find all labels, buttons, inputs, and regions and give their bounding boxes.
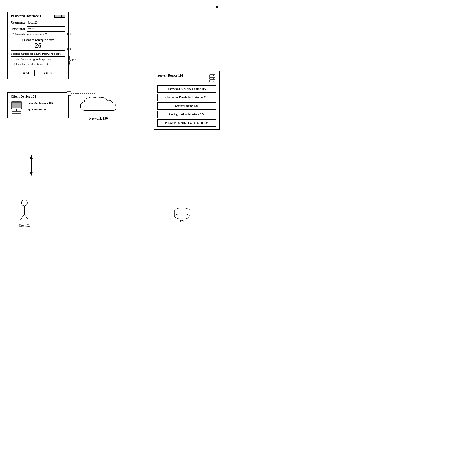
ref-111: 111 (67, 33, 71, 36)
password-security-engine-box: Password Security Engine 116 (157, 86, 216, 93)
causes-title: Possible Causes for a Low Password Score… (11, 52, 65, 55)
svg-point-29 (21, 200, 27, 206)
server-icon-box (208, 74, 216, 83)
connector-square (67, 92, 71, 95)
window-controls (54, 15, 65, 18)
input-device-box: Input Device 108 (25, 107, 65, 112)
svg-rect-14 (12, 102, 21, 108)
configuration-interface-box: Configuration Interface 122 (157, 111, 216, 118)
svg-marker-10 (30, 172, 33, 176)
user-label: User 102 (17, 224, 32, 227)
svg-rect-17 (12, 112, 21, 113)
database-area: 124 (174, 208, 191, 223)
database-label: 124 (174, 220, 191, 223)
password-label: Password: (11, 27, 25, 31)
client-sub-boxes: Client Application 106 Input Device 108 (25, 100, 65, 112)
close-btn[interactable] (62, 15, 65, 18)
button-row: Save Cancel (11, 70, 65, 76)
client-application-box: Client Application 106 (25, 100, 65, 106)
causes-section: Possible Causes for a Low Password Score… (11, 52, 65, 67)
server-rack-icon (209, 74, 215, 83)
password-input[interactable] (27, 26, 65, 31)
page-number: 100 (214, 4, 221, 10)
username-label: Username: (11, 21, 25, 24)
strength-score-box: Password Strength Score 26 (11, 37, 65, 51)
password-note: ** Password score must be at least 75 (12, 33, 65, 35)
minimize-btn[interactable] (54, 15, 58, 18)
server-engine-box: Server Engine 120 (157, 102, 216, 109)
strength-score-value: 26 (13, 42, 63, 49)
ref-113-area: 113 (68, 55, 76, 66)
svg-line-32 (20, 214, 24, 220)
cancel-button[interactable]: Cancel (39, 70, 58, 76)
computer-icon (11, 101, 23, 115)
svg-point-28 (174, 214, 190, 218)
causes-list: - Keys form a recognizable pattern - Cha… (11, 56, 65, 67)
password-interface-window: Password Interface 110 Username: Passwor… (8, 12, 69, 79)
maximize-btn[interactable] (58, 15, 62, 18)
cause-item-2: - Characters too close to each other (13, 62, 63, 66)
username-input[interactable] (27, 20, 65, 25)
username-row: Username: (11, 20, 65, 25)
database-icon (174, 208, 191, 218)
server-device-header: Server Device 114 (157, 74, 216, 83)
save-button[interactable]: Save (18, 70, 35, 76)
ref-113: 113 (72, 59, 76, 62)
strength-score-title: Password Strength Score (13, 38, 63, 42)
svg-point-23 (213, 81, 214, 82)
svg-point-21 (213, 75, 214, 76)
character-proximity-detector-box: Character Proximity Detector 118 (157, 94, 216, 101)
network-area: Network 150 (78, 96, 119, 120)
svg-line-33 (24, 214, 29, 220)
network-label: Network 150 (78, 117, 119, 120)
cause-item-1: - Keys form a recognizable pattern (13, 57, 63, 62)
svg-point-22 (213, 78, 214, 79)
password-row: Password: (11, 26, 65, 31)
server-device-box: Server Device 114 Password Security Engi… (154, 71, 219, 130)
client-device-box: Client Device 104 Client Applic (8, 92, 69, 118)
server-device-title: Server Device 114 (157, 74, 183, 77)
svg-marker-9 (30, 155, 33, 158)
ref-112: 112 (67, 48, 71, 51)
client-device-title: Client Device 104 (11, 95, 65, 99)
user-figure-icon (17, 199, 32, 222)
brace-icon (68, 55, 71, 66)
cloud-icon (78, 96, 119, 115)
password-interface-title: Password Interface 110 (11, 14, 65, 18)
client-device-inner: Client Application 106 Input Device 108 (11, 100, 65, 115)
password-strength-calculator-box: Password Strength Calculator 123 (157, 119, 216, 126)
user-area: User 102 (17, 199, 32, 227)
